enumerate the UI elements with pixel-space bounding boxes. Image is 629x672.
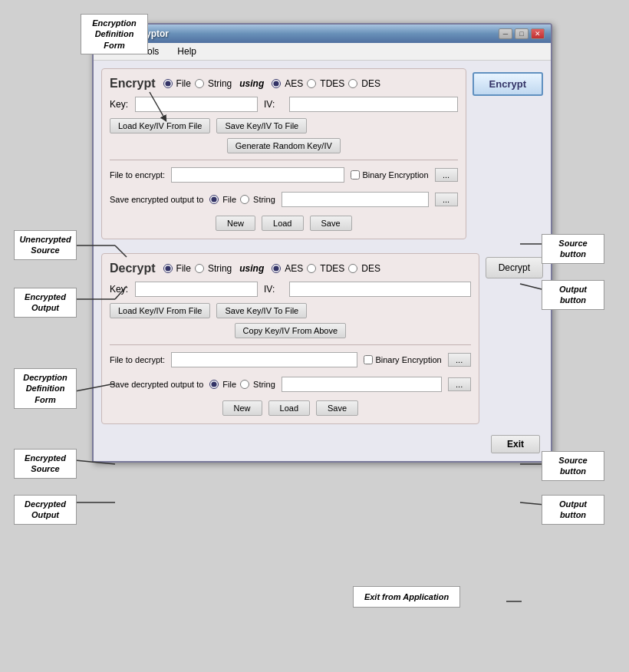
decrypt-header: Decrypt File String using AES <box>110 262 471 275</box>
encrypt-divider <box>110 160 458 160</box>
exit-btn[interactable]: Exit <box>491 435 540 453</box>
encrypt-binary-label: Binary Encryption <box>351 170 428 180</box>
encrypt-header: Encrypt File String using AES <box>110 77 458 91</box>
decrypt-save-btn[interactable]: Save <box>316 400 358 416</box>
encrypt-key-btns: Load Key/IV From File Save Key/IV To Fil… <box>110 118 458 133</box>
decrypt-file-row: File to decrypt: Binary Encryption ... <box>110 350 471 370</box>
encrypt-load-btn[interactable]: Load <box>262 216 303 231</box>
encrypt-gen-key-btn[interactable]: Generate Random Key/IV <box>227 138 341 153</box>
decrypt-file-input[interactable] <box>171 352 357 367</box>
encrypt-key-iv-row: Key: IV: <box>110 97 458 112</box>
decrypt-using-label: using <box>239 263 264 274</box>
encrypt-action-btn[interactable]: Encrypt <box>473 72 543 96</box>
decrypt-out-string-radio[interactable] <box>240 380 249 389</box>
decrypt-des-label: DES <box>361 263 380 274</box>
decrypt-output-row: Save decrypted output to File String ... <box>110 374 471 394</box>
encrypt-string-radio[interactable] <box>195 79 204 88</box>
encrypt-gen-key-row: Generate Random Key/IV <box>110 138 458 153</box>
decrypt-output-input[interactable] <box>282 377 442 392</box>
decrypt-form: Decrypt File String using AES <box>101 253 479 430</box>
encrypt-output-row: Save encrypted output to File String ... <box>110 189 458 209</box>
encrypt-key-label: Key: <box>110 99 129 110</box>
encrypt-iv-input[interactable] <box>289 97 458 112</box>
encrypt-nls-row: New Load Save <box>110 216 458 231</box>
callout-decrypted-output: Decrypted Output <box>14 495 77 525</box>
encrypt-form: Encrypt File String using AES <box>101 68 466 245</box>
encrypt-aes-radio[interactable] <box>272 79 281 88</box>
decrypt-key-btns: Load Key/IV From File Save Key/IV To Fil… <box>110 303 471 318</box>
encrypt-algo-group: AES TDES DES <box>272 78 380 89</box>
encrypt-out-string-radio[interactable] <box>240 195 249 204</box>
decrypt-key-label: Key: <box>110 284 129 295</box>
encrypt-source-browse-btn[interactable]: ... <box>435 168 458 182</box>
decrypt-iv-input[interactable] <box>289 282 471 297</box>
decrypt-binary-checkbox[interactable] <box>364 355 373 364</box>
encrypt-action-area: Encrypt <box>473 68 543 245</box>
decrypt-source-browse-btn[interactable]: ... <box>448 353 471 367</box>
callout-output-btn-top: Output button <box>542 280 604 310</box>
decrypt-file-radio[interactable] <box>163 264 173 273</box>
encrypt-file-label: File <box>176 78 191 89</box>
decrypt-tdes-label: TDES <box>320 263 344 274</box>
maximize-button[interactable]: □ <box>515 28 529 39</box>
encrypt-out-file-label: File <box>222 195 236 204</box>
encrypt-key-input[interactable] <box>135 97 258 112</box>
title-bar: 🔒 pfEncryptor ─ □ ✕ <box>94 25 551 43</box>
decrypt-action-btn[interactable]: Decrypt <box>486 257 543 278</box>
exit-row: Exit <box>101 435 543 453</box>
encrypt-tdes-radio[interactable] <box>307 79 316 88</box>
decrypt-output-type: File String <box>209 380 275 389</box>
encrypt-file-radio[interactable] <box>163 79 173 88</box>
decrypt-load-btn[interactable]: Load <box>268 400 310 416</box>
callout-exit-from-application: Exit from Application <box>353 586 460 608</box>
encrypt-title: Encrypt <box>110 77 156 91</box>
close-button[interactable]: ✕ <box>531 28 545 39</box>
decrypt-key-input[interactable] <box>135 282 258 297</box>
encrypt-output-browse-btn[interactable]: ... <box>435 193 458 206</box>
encrypt-type-group: File String <box>163 78 232 89</box>
encrypt-load-key-btn[interactable]: Load Key/IV From File <box>110 118 210 133</box>
encrypt-out-file-radio[interactable] <box>209 195 219 204</box>
encrypt-new-btn[interactable]: New <box>216 216 255 231</box>
encrypt-save-output-label: Save encrypted output to <box>110 195 203 204</box>
encrypt-des-radio[interactable] <box>348 79 357 88</box>
outer-wrapper: Encryption Definition Form <box>8 8 621 478</box>
menu-help[interactable]: Help <box>173 44 201 58</box>
encrypt-section-wrapper: Encrypt File String using AES <box>101 68 543 245</box>
encrypt-save-btn[interactable]: Save <box>310 216 352 231</box>
decrypt-iv-label: IV: <box>264 284 283 295</box>
decrypt-binary-label: Binary Encryption <box>364 355 441 364</box>
encrypt-form-section: Encrypt File String using AES <box>101 68 466 239</box>
decrypt-form-section: Decrypt File String using AES <box>101 253 479 424</box>
encrypt-save-key-btn[interactable]: Save Key/IV To File <box>216 118 307 133</box>
callout-source-btn-bot: Source button <box>542 451 604 481</box>
decrypt-aes-radio[interactable] <box>272 264 281 273</box>
encrypt-binary-checkbox[interactable] <box>351 170 360 180</box>
decrypt-string-radio[interactable] <box>195 264 204 273</box>
decrypt-copy-above-btn[interactable]: Copy Key/IV From Above <box>235 323 347 338</box>
encrypt-string-label: String <box>208 78 232 89</box>
menu-bar: File Tools Help <box>94 43 551 61</box>
decrypt-key-iv-row: Key: IV: <box>110 282 471 297</box>
encrypt-tdes-label: TDES <box>320 78 344 89</box>
encrypt-output-input[interactable] <box>282 192 429 207</box>
decrypt-algo-group: AES TDES DES <box>272 263 380 274</box>
decrypt-des-radio[interactable] <box>348 264 357 273</box>
callout-source-btn-top: Source button <box>542 234 604 264</box>
decrypt-save-output-label: Save decrypted output to <box>110 380 203 389</box>
encrypt-iv-label: IV: <box>264 99 283 110</box>
decrypt-out-file-radio[interactable] <box>209 380 219 389</box>
decrypt-type-group: File String <box>163 263 232 274</box>
decrypt-load-key-btn[interactable]: Load Key/IV From File <box>110 303 210 318</box>
encrypt-file-input[interactable] <box>171 167 344 183</box>
decrypt-tdes-radio[interactable] <box>307 264 316 273</box>
window-controls: ─ □ ✕ <box>499 28 545 39</box>
application-window: 🔒 pfEncryptor ─ □ ✕ File Tools Help <box>92 23 552 463</box>
decrypt-output-browse-btn[interactable]: ... <box>448 377 471 391</box>
decrypt-new-btn[interactable]: New <box>222 400 262 416</box>
decrypt-save-key-btn[interactable]: Save Key/IV To File <box>216 303 307 318</box>
decrypt-section-wrapper: Decrypt File String using AES <box>101 253 543 430</box>
decrypt-file-to-label: File to decrypt: <box>110 355 165 364</box>
minimize-button[interactable]: ─ <box>499 28 512 39</box>
callout-encryption-form: Encryption Definition Form <box>81 14 148 54</box>
